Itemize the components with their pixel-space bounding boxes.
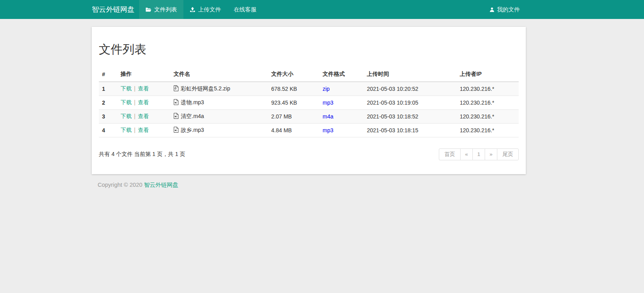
copyright-text: Copyright © 2020 bbox=[98, 182, 142, 188]
filename-text: 遗物.mp3 bbox=[181, 99, 204, 105]
file-list-card: 文件列表 # 操作 文件名 文件大小 文件格式 上传时间 上传者IP 1 下载|… bbox=[92, 27, 526, 174]
header-size: 文件大小 bbox=[268, 67, 319, 82]
nav-item-label: 文件列表 bbox=[154, 6, 177, 13]
nav-item-my-files[interactable]: 我的文件 bbox=[483, 0, 526, 19]
nav-item-support[interactable]: 在线客服 bbox=[227, 0, 263, 19]
row-actions: 下载|查看 bbox=[117, 96, 170, 110]
header-filename: 文件名 bbox=[170, 67, 268, 82]
row-uploader-ip: 120.230.216.* bbox=[457, 124, 519, 137]
action-separator: | bbox=[134, 85, 136, 92]
row-index: 1 bbox=[99, 82, 117, 96]
row-filename-cell: 清空.m4a bbox=[170, 110, 268, 124]
view-link[interactable]: 查看 bbox=[138, 99, 149, 105]
nav-item-upload[interactable]: 上传文件 bbox=[183, 0, 227, 19]
folder-open-icon bbox=[145, 7, 151, 12]
row-format: mp3 bbox=[319, 124, 364, 137]
row-upload-time: 2021-05-03 10:20:52 bbox=[364, 82, 457, 96]
site-footer: Copyright © 2020 智云外链网盘 bbox=[92, 181, 526, 189]
view-link[interactable]: 查看 bbox=[138, 113, 149, 119]
header-uploader-ip: 上传者IP bbox=[457, 67, 519, 82]
user-icon bbox=[489, 7, 495, 12]
table-row: 1 下载|查看 彩虹外链网盘5.2.zip 678.52 KB bbox=[99, 82, 519, 96]
archive-file-icon bbox=[174, 85, 179, 92]
nav-item-label: 我的文件 bbox=[497, 6, 520, 13]
pagination-page-1[interactable]: 1 bbox=[472, 148, 485, 160]
pagination: 首页 « 1 » 尾页 bbox=[439, 148, 519, 160]
action-separator: | bbox=[134, 127, 136, 133]
nav-item-label: 在线客服 bbox=[234, 6, 257, 13]
filename-text: 故乡.mp3 bbox=[181, 127, 204, 133]
row-uploader-ip: 120.230.216.* bbox=[457, 82, 519, 96]
navbar-container: 智云外链网盘 文件列表 上传文件 在线客服 bbox=[92, 0, 526, 19]
brand-label: 智云外链网盘 bbox=[92, 5, 134, 14]
file-count-summary: 共有 4 个文件 当前第 1 页，共 1 页 bbox=[99, 151, 185, 158]
row-index: 3 bbox=[99, 110, 117, 124]
download-link[interactable]: 下载 bbox=[121, 127, 132, 133]
navbar: 智云外链网盘 文件列表 上传文件 在线客服 bbox=[0, 0, 644, 19]
header-actions: 操作 bbox=[117, 67, 170, 82]
table-header-row: # 操作 文件名 文件大小 文件格式 上传时间 上传者IP bbox=[99, 67, 519, 82]
action-separator: | bbox=[134, 113, 136, 119]
brand-link[interactable]: 智云外链网盘 bbox=[92, 0, 134, 19]
table-row: 4 下载|查看 故乡.mp3 4.84 MB mp3 bbox=[99, 124, 519, 137]
row-index: 2 bbox=[99, 96, 117, 110]
row-upload-time: 2021-05-03 10:19:05 bbox=[364, 96, 457, 110]
nav-item-label: 上传文件 bbox=[198, 6, 221, 13]
header-format: 文件格式 bbox=[319, 67, 364, 82]
download-link[interactable]: 下载 bbox=[121, 113, 132, 119]
view-link[interactable]: 查看 bbox=[138, 85, 149, 92]
row-format: zip bbox=[319, 82, 364, 96]
pagination-next[interactable]: » bbox=[485, 148, 497, 160]
action-separator: | bbox=[134, 99, 136, 105]
footer-site-link[interactable]: 智云外链网盘 bbox=[144, 182, 178, 188]
format-link[interactable]: zip bbox=[323, 86, 330, 92]
row-size: 923.45 KB bbox=[268, 96, 319, 110]
audio-file-icon bbox=[174, 99, 179, 106]
filename-text: 清空.m4a bbox=[181, 113, 204, 119]
pagination-last-page[interactable]: 尾页 bbox=[497, 148, 519, 160]
table-footer: 共有 4 个文件 当前第 1 页，共 1 页 首页 « 1 » 尾页 bbox=[99, 148, 519, 160]
format-link[interactable]: mp3 bbox=[323, 100, 333, 106]
row-actions: 下载|查看 bbox=[117, 82, 170, 96]
row-upload-time: 2021-05-03 10:18:52 bbox=[364, 110, 457, 124]
row-filename-cell: 彩虹外链网盘5.2.zip bbox=[170, 82, 268, 96]
row-format: mp3 bbox=[319, 96, 364, 110]
upload-icon bbox=[190, 7, 195, 12]
row-format: m4a bbox=[319, 110, 364, 124]
row-filename-cell: 遗物.mp3 bbox=[170, 96, 268, 110]
row-size: 2.07 MB bbox=[268, 110, 319, 124]
row-actions: 下载|查看 bbox=[117, 110, 170, 124]
row-actions: 下载|查看 bbox=[117, 124, 170, 137]
row-size: 678.52 KB bbox=[268, 82, 319, 96]
format-link[interactable]: m4a bbox=[323, 113, 333, 120]
file-table: # 操作 文件名 文件大小 文件格式 上传时间 上传者IP 1 下载|查看 bbox=[99, 67, 519, 137]
table-row: 3 下载|查看 清空.m4a 2.07 MB m4a bbox=[99, 110, 519, 124]
filename-text: 彩虹外链网盘5.2.zip bbox=[181, 85, 230, 92]
nav-item-file-list[interactable]: 文件列表 bbox=[139, 0, 183, 19]
view-link[interactable]: 查看 bbox=[138, 127, 149, 133]
page-title: 文件列表 bbox=[99, 41, 519, 58]
row-upload-time: 2021-05-03 10:18:15 bbox=[364, 124, 457, 137]
download-link[interactable]: 下载 bbox=[121, 85, 132, 92]
download-link[interactable]: 下载 bbox=[121, 99, 132, 105]
row-index: 4 bbox=[99, 124, 117, 137]
audio-file-icon bbox=[174, 127, 179, 134]
pagination-first-page[interactable]: 首页 bbox=[439, 148, 461, 160]
row-filename-cell: 故乡.mp3 bbox=[170, 124, 268, 137]
table-row: 2 下载|查看 遗物.mp3 923.45 KB mp3 bbox=[99, 96, 519, 110]
row-uploader-ip: 120.230.216.* bbox=[457, 96, 519, 110]
row-uploader-ip: 120.230.216.* bbox=[457, 110, 519, 124]
header-upload-time: 上传时间 bbox=[364, 67, 457, 82]
header-index: # bbox=[99, 67, 117, 82]
pagination-prev[interactable]: « bbox=[460, 148, 473, 160]
row-size: 4.84 MB bbox=[268, 124, 319, 137]
audio-file-icon bbox=[174, 113, 179, 120]
format-link[interactable]: mp3 bbox=[323, 127, 333, 133]
